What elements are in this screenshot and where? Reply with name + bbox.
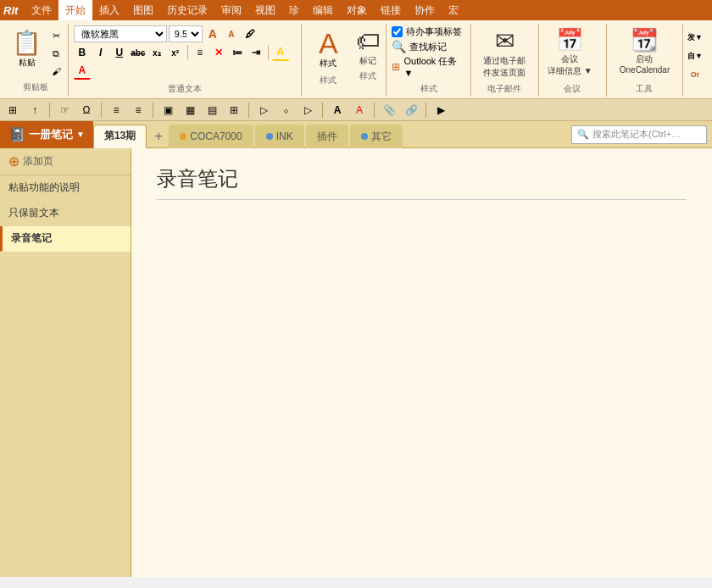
note-title: 录音笔记	[157, 165, 687, 200]
notebook-title[interactable]: 📓 一册笔记 ▼	[0, 121, 93, 148]
superscript-button[interactable]: x²	[167, 44, 184, 61]
tb2-text-btn[interactable]: A	[328, 101, 347, 119]
menu-edit[interactable]: 编辑	[306, 0, 340, 20]
tb2-hand-btn[interactable]: ☞	[55, 101, 74, 119]
add-page-button[interactable]: ⊕ 添加页	[0, 148, 131, 175]
tb2-up-btn[interactable]: ↑	[25, 101, 44, 119]
tab-section-1[interactable]: 第13期	[93, 125, 147, 148]
tab-5-label: 其它	[371, 130, 392, 144]
tb2-grid-btn[interactable]: ⊞	[3, 101, 22, 119]
style-group: A 样式 样式 🏷 标记 样式	[302, 24, 387, 97]
tag-row3: ⊞ Outlook 任务 ▼	[392, 55, 465, 78]
clipboard-group: 📋 粘贴 ✂ ⧉ 🖌 剪贴板	[3, 24, 69, 97]
tb2-table3-btn[interactable]: ▤	[203, 101, 221, 119]
email-group: ✉ 通过电子邮件发送页面 电子邮件	[471, 24, 539, 97]
font-group: 微软雅黑 9.5 A A 🖊 B I U abc x₂ x² ≡ ✕ ≔	[69, 24, 303, 97]
menu-file[interactable]: 文件	[25, 0, 58, 20]
tb2-box-btn[interactable]: ⊞	[225, 101, 243, 119]
tab-5-dot	[361, 133, 368, 140]
tab-add-button[interactable]: +	[148, 126, 169, 147]
tab-section-3[interactable]: INK	[255, 125, 304, 148]
onecalendar-button[interactable]: 📆 启动OneCalendar	[612, 25, 677, 76]
overflow-btn2[interactable]: 自▼	[687, 47, 704, 64]
tb2-flag-btn[interactable]: ▷	[298, 101, 317, 119]
menu-home[interactable]: 开始	[58, 0, 92, 20]
font-row2: B I U abc x₂ x² ≡ ✕ ≔ ⇥ A A	[74, 44, 297, 80]
paste-button[interactable]: 📋 粘贴	[8, 27, 45, 80]
tab-2-dot	[180, 133, 186, 140]
paste-icon: 📋	[12, 29, 42, 57]
tag-row2: 🔍 查找标记	[392, 40, 465, 53]
todo-checkbox[interactable]	[392, 26, 403, 37]
cut-button[interactable]: ✂	[47, 27, 65, 44]
clear-button[interactable]: ✕	[210, 44, 227, 61]
font-family-select[interactable]: 微软雅黑	[74, 25, 167, 42]
tab-section-5[interactable]: 其它	[350, 125, 403, 148]
tab-section-4[interactable]: 插件	[306, 125, 348, 148]
menu-rare[interactable]: 珍	[282, 0, 306, 20]
page-item-1[interactable]: 粘贴功能的说明	[0, 175, 131, 201]
tb2-lines-btn[interactable]: ≡	[107, 101, 125, 119]
overflow-btn3[interactable]: Or	[687, 66, 704, 83]
tb2-table2-btn[interactable]: ▦	[181, 101, 199, 119]
email-label: 通过电子邮件发送页面	[483, 55, 526, 79]
bold-button[interactable]: B	[74, 44, 91, 61]
tab-3-dot	[266, 133, 273, 140]
style-button[interactable]: A 样式	[307, 25, 349, 73]
menu-bar: RIt 文件 开始 插入 图图 历史记录 审阅 视图 珍 编辑 对象 链接 协作…	[0, 0, 712, 20]
underline-button[interactable]: U	[111, 44, 128, 61]
tb2-omega-btn[interactable]: Ω	[77, 101, 96, 119]
menu-macro[interactable]: 宏	[442, 0, 465, 20]
tb2-diamond-btn[interactable]: ⬦	[276, 101, 295, 119]
tb2-lines2-btn[interactable]: ≡	[129, 101, 147, 119]
page-item-2[interactable]: 只保留文本	[0, 201, 131, 226]
tb2-play-btn[interactable]: ▷	[254, 101, 273, 119]
meeting-buttons: 📅 会议详细信息 ▼	[544, 25, 601, 79]
paste-label: 粘贴	[19, 57, 36, 69]
subscript-button[interactable]: x₂	[148, 44, 165, 61]
align-left-button[interactable]: ≡	[192, 44, 209, 61]
onecalendar-icon: 📆	[631, 27, 658, 53]
tab-3-label: INK	[276, 130, 293, 142]
style-label: 样式	[320, 58, 337, 69]
menu-view[interactable]: 视图	[248, 0, 282, 20]
style-icon: A	[319, 29, 338, 58]
tab-section-2[interactable]: COCA7000	[169, 125, 253, 148]
clear-format-button[interactable]: 🖊	[242, 25, 259, 42]
tag-button[interactable]: 🏷 标记	[353, 25, 383, 69]
tb2-link-btn[interactable]: 🔗	[402, 101, 420, 119]
copy-button[interactable]: ⧉	[47, 45, 65, 62]
tb2-sep7	[426, 103, 426, 118]
format-painter-button[interactable]: 🖌	[47, 63, 65, 80]
menu-collab[interactable]: 协作	[408, 0, 442, 20]
main-area: ⊕ 添加页 粘贴功能的说明 只保留文本 录音笔记 录音笔记	[0, 148, 712, 577]
menu-draw[interactable]: 图图	[126, 0, 160, 20]
list-button[interactable]: ≔	[229, 44, 246, 61]
note-content[interactable]: 录音笔记	[131, 148, 712, 577]
meeting-details-button[interactable]: 📅 会议详细信息 ▼	[544, 25, 596, 79]
menu-review[interactable]: 审阅	[214, 0, 248, 20]
italic-button[interactable]: I	[92, 44, 109, 61]
search-box[interactable]: 🔍 搜索此笔记本(Ctrl+…	[571, 125, 707, 144]
tb2-textcolor-btn[interactable]: A	[350, 101, 369, 119]
menu-link[interactable]: 链接	[374, 0, 408, 20]
font-size-select[interactable]: 9.5	[169, 25, 203, 42]
tb2-table-btn[interactable]: ▣	[159, 101, 177, 119]
send-email-button[interactable]: ✉ 通过电子邮件发送页面	[476, 25, 533, 80]
font-shrink-button[interactable]: A	[223, 25, 240, 42]
indent-button[interactable]: ⇥	[248, 44, 264, 61]
menu-object[interactable]: 对象	[340, 0, 374, 20]
meeting-group-label: 会议	[544, 81, 601, 95]
menu-history[interactable]: 历史记录	[160, 0, 214, 20]
tab-2-label: COCA7000	[190, 130, 242, 142]
strikethrough-button[interactable]: abc	[130, 44, 147, 61]
font-grow-button[interactable]: A	[204, 25, 221, 42]
tools-group: 📆 启动OneCalendar 工具	[607, 24, 683, 97]
tb2-clip-btn[interactable]: 📎	[380, 101, 398, 119]
overflow-btn1[interactable]: 发▼	[687, 29, 704, 46]
tb2-expand-btn[interactable]: ▶	[431, 101, 450, 119]
menu-insert[interactable]: 插入	[92, 0, 126, 20]
font-color-button[interactable]: A	[74, 63, 91, 80]
highlight-button[interactable]: A	[272, 44, 289, 61]
page-item-3[interactable]: 录音笔记	[0, 226, 131, 252]
